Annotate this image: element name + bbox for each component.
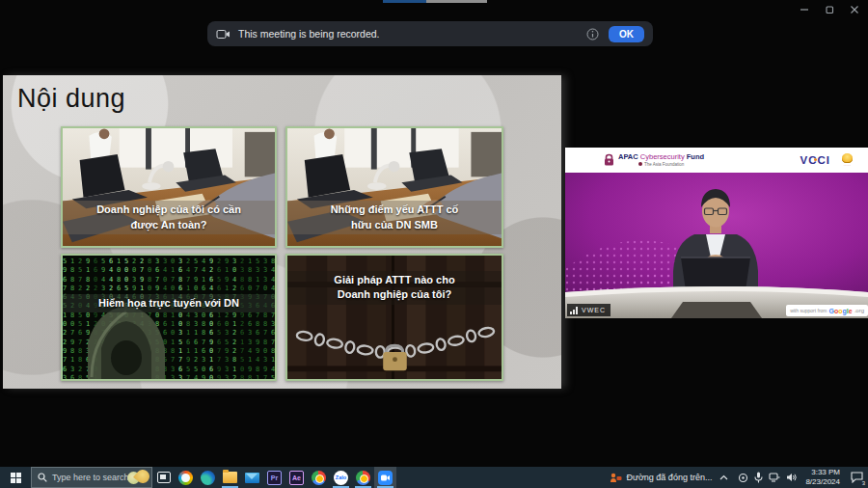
slide-title: Nội dung	[17, 84, 125, 114]
gold-emblem-logo: ·····	[842, 153, 853, 168]
video-sponsor-banner: APAC Cybersecurity Fund The Asia Foundat…	[565, 148, 868, 173]
vcci-logo-accent	[814, 158, 817, 161]
chrome-button[interactable]	[308, 467, 330, 488]
network-icon[interactable]	[769, 473, 780, 482]
hidden-window-strip-blue	[383, 0, 426, 3]
tile-caption: Giải pháp ATTT nào cho Doanh nghiệp của …	[287, 271, 502, 305]
hidden-window-strip-gray	[426, 0, 487, 3]
edge-button[interactable]	[197, 467, 219, 488]
slide-tile-need-security: Doanh nghiệp của tôi có cần được An toàn…	[61, 126, 277, 248]
action-center-button[interactable]: 3	[847, 467, 866, 488]
presenter-scene: VWEC with support from Google .org	[565, 173, 868, 318]
task-view-button[interactable]	[152, 467, 175, 488]
taskbar-apps: Pr Ae Zalo	[152, 467, 396, 488]
traffic-alert-icon	[610, 473, 622, 483]
recording-camera-icon	[216, 29, 231, 40]
info-icon[interactable]	[586, 28, 599, 41]
google-logo: Google	[829, 308, 853, 314]
minimize-icon	[800, 5, 809, 14]
clock-time: 3:33 PM	[805, 468, 840, 477]
lock-icon	[604, 153, 614, 166]
microphone-icon[interactable]	[754, 472, 763, 483]
windows-logo-icon	[11, 473, 21, 483]
signal-bars-icon	[570, 307, 579, 314]
file-explorer-icon	[223, 472, 237, 483]
slide-tile-security-solutions: Giải pháp ATTT nào cho Doanh nghiệp của …	[285, 254, 503, 381]
action-center-icon	[851, 472, 863, 483]
zalo-button[interactable]: Zalo	[330, 467, 352, 488]
recording-banner: This meeting is being recorded. OK	[207, 21, 653, 46]
ok-button[interactable]: OK	[609, 26, 644, 42]
onedrive-status-icon[interactable]	[738, 473, 748, 483]
system-tray: Đường đã đóng trên... 3:33 PM 8/23/2024 …	[610, 467, 868, 488]
slide-tile-online-threats: 5 9 6 7 6 5 1 0 2 2 9 7 6 3 1 8 8 8 4 2 …	[61, 254, 277, 381]
speaker-icon[interactable]	[786, 473, 798, 482]
vwec-watermark: VWEC	[567, 304, 610, 316]
close-icon	[850, 5, 859, 14]
chrome-profile-button[interactable]	[352, 467, 374, 488]
tile-caption: Những điểm yếu ATTT cố hữu của DN SMB	[287, 201, 502, 234]
recording-banner-text: This meeting is being recorded.	[238, 28, 380, 40]
clock-date: 8/23/2024	[805, 477, 840, 487]
premiere-pro-button[interactable]: Pr	[263, 467, 285, 488]
tile-caption: Doanh nghiệp của tôi có cần được An toàn…	[63, 201, 275, 234]
zalo-icon: Zalo	[334, 471, 348, 485]
shared-screen-slide: Nội dung	[3, 75, 561, 389]
search-placeholder: Type here to search	[52, 473, 129, 482]
close-button[interactable]	[847, 3, 862, 16]
copilot-button[interactable]	[175, 467, 197, 488]
after-effects-icon: Ae	[289, 471, 304, 485]
notification-count-badge: 3	[862, 480, 865, 486]
notification-chip[interactable]: Đường đã đóng trên...	[610, 473, 712, 483]
edge-icon	[201, 471, 215, 485]
mail-button[interactable]	[241, 467, 263, 488]
restore-icon	[825, 5, 834, 14]
taskbar-clock[interactable]: 3:33 PM 8/23/2024	[805, 468, 840, 487]
premiere-pro-icon: Pr	[267, 471, 282, 485]
google-support-badge: with support from Google .org	[786, 305, 868, 316]
presenter-video: APAC Cybersecurity Fund The Asia Foundat…	[565, 148, 868, 318]
task-view-icon	[157, 472, 171, 483]
windows-taskbar: Type here to search Pr Ae Zalo Đường đã …	[0, 467, 868, 488]
notification-text: Đường đã đóng trên...	[626, 473, 712, 482]
chrome-icon	[356, 471, 370, 485]
tile-caption: Hiểm họa trực tuyến với DN	[63, 294, 275, 312]
asia-foundation-icon	[638, 162, 642, 166]
minimize-button[interactable]	[797, 3, 812, 16]
search-highlight-image[interactable]	[125, 469, 150, 486]
copilot-icon	[178, 471, 193, 485]
after-effects-button[interactable]: Ae	[285, 467, 308, 488]
chrome-icon	[312, 471, 326, 485]
tray-expand-button[interactable]	[719, 474, 728, 480]
taskbar-search-input[interactable]: Type here to search	[31, 467, 152, 488]
mail-icon	[245, 473, 259, 483]
zoom-icon	[378, 471, 393, 485]
slide-tile-smb-weaknesses: Những điểm yếu ATTT cố hữu của DN SMB	[285, 126, 503, 248]
file-explorer-button[interactable]	[219, 467, 241, 488]
window-controls	[797, 3, 862, 16]
zoom-button[interactable]	[374, 467, 396, 488]
start-button[interactable]	[0, 467, 31, 488]
restore-button[interactable]	[822, 3, 837, 16]
vcci-logo: VCCI	[800, 154, 830, 166]
apac-fund-logo: APAC Cybersecurity Fund The Asia Foundat…	[604, 153, 704, 167]
search-icon	[38, 473, 47, 482]
